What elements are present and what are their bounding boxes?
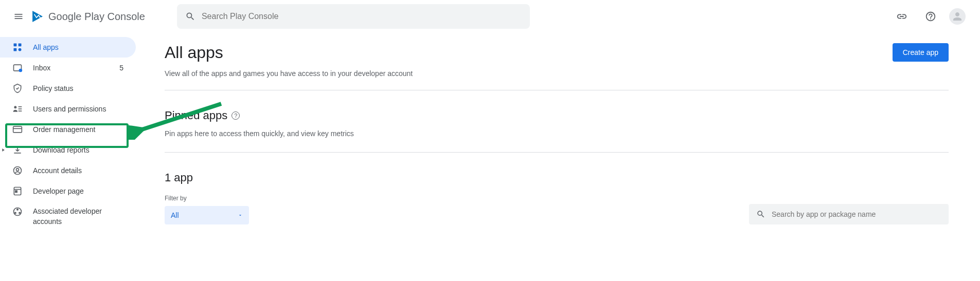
hamburger-menu-button[interactable]	[8, 6, 29, 27]
svg-rect-10	[13, 126, 22, 133]
svg-point-5	[19, 69, 23, 72]
filter-value: All	[171, 211, 179, 219]
inbox-icon	[12, 63, 23, 73]
filter-label: Filter by	[165, 195, 249, 202]
credit-card-icon	[12, 124, 23, 135]
pinned-apps-heading: Pinned apps ?	[165, 109, 949, 122]
app-search-input[interactable]	[772, 210, 941, 218]
main-content: All apps Create app View all of the apps…	[144, 33, 967, 232]
account-avatar[interactable]	[949, 8, 966, 25]
filter-group: Filter by All	[165, 195, 249, 224]
filter-select[interactable]: All	[165, 206, 249, 224]
divider	[165, 90, 949, 90]
brand-text: Google Play Console	[48, 11, 145, 23]
sidebar-item-label: All apps	[33, 43, 123, 51]
app-search[interactable]	[749, 204, 949, 224]
play-console-icon	[31, 10, 44, 23]
connected-dots-icon	[12, 207, 23, 217]
svg-point-6	[14, 106, 16, 108]
sidebar-item-label: Inbox	[33, 64, 109, 72]
sidebar-item-policy-status[interactable]: Policy status	[0, 78, 136, 99]
global-search-input[interactable]	[202, 12, 522, 21]
apps-count-heading: 1 app	[165, 171, 949, 184]
sidebar: All apps Inbox 5 Policy status Users and…	[0, 33, 144, 232]
sidebar-item-order-management[interactable]: Order management	[0, 119, 136, 140]
account-circle-icon	[12, 165, 23, 176]
brand-logo[interactable]: Google Play Console	[31, 10, 145, 23]
svg-rect-16	[15, 191, 17, 192]
global-search[interactable]	[177, 4, 530, 29]
svg-point-19	[15, 212, 16, 214]
download-icon	[12, 145, 23, 155]
help-circle-icon[interactable]: ?	[231, 111, 240, 120]
link-icon	[896, 11, 907, 22]
sidebar-item-label: Associated developer accounts	[33, 207, 123, 227]
svg-rect-1	[19, 44, 22, 47]
sidebar-item-all-apps[interactable]: All apps	[0, 37, 136, 58]
sidebar-item-label: Developer page	[33, 187, 123, 195]
page-icon	[12, 186, 23, 196]
sidebar-item-users-permissions[interactable]: Users and permissions	[0, 99, 136, 119]
chevron-down-icon	[238, 213, 243, 218]
search-icon	[756, 210, 765, 219]
search-icon	[185, 11, 195, 22]
users-list-icon	[12, 104, 23, 114]
apps-grid-icon	[12, 42, 23, 52]
link-button[interactable]	[892, 6, 912, 27]
hamburger-icon	[13, 11, 24, 22]
shield-icon	[12, 83, 23, 93]
sidebar-item-label: Download reports	[33, 146, 123, 154]
page-title: All apps	[165, 43, 223, 62]
expand-arrow-icon[interactable]	[0, 140, 7, 160]
pinned-apps-subtitle: Pin apps here to access them quickly, an…	[165, 129, 949, 138]
svg-point-3	[19, 48, 22, 51]
svg-point-18	[17, 209, 19, 211]
svg-rect-9	[19, 110, 22, 111]
help-button[interactable]	[920, 6, 941, 27]
sidebar-item-label: Users and permissions	[33, 105, 123, 113]
sidebar-item-account-details[interactable]: Account details	[0, 160, 136, 181]
sidebar-item-download-reports[interactable]: Download reports	[0, 140, 136, 160]
svg-point-13	[16, 168, 19, 171]
sidebar-item-associated-accounts[interactable]: Associated developer accounts	[0, 201, 136, 232]
svg-rect-0	[14, 44, 17, 47]
avatar-icon	[951, 10, 964, 23]
svg-rect-8	[19, 108, 22, 109]
sidebar-item-developer-page[interactable]: Developer page	[0, 181, 136, 201]
sidebar-item-inbox[interactable]: Inbox 5	[0, 58, 136, 78]
svg-rect-7	[19, 106, 22, 107]
sidebar-item-label: Order management	[33, 125, 123, 134]
sidebar-item-label: Policy status	[33, 84, 123, 92]
sidebar-item-label: Account details	[33, 166, 123, 175]
inbox-count: 5	[119, 64, 123, 72]
divider	[165, 152, 949, 153]
page-subtitle: View all of the apps and games you have …	[165, 69, 949, 78]
svg-point-20	[19, 212, 21, 214]
create-app-button[interactable]: Create app	[893, 43, 949, 62]
svg-rect-2	[14, 48, 17, 51]
help-icon	[925, 11, 936, 22]
